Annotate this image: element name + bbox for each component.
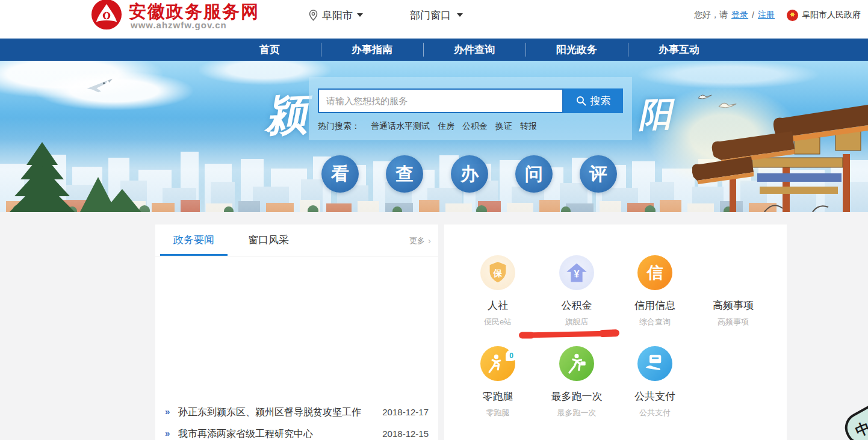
banner-calligraphy-left: 颍 (264, 86, 309, 145)
hot-keyword[interactable]: 转报 (520, 121, 537, 132)
location-pin-icon (309, 10, 318, 21)
news-title: 我市再添两家省级工程研究中心 (178, 428, 313, 440)
greeting-text: 您好，请 (694, 10, 728, 20)
hot-keyword[interactable]: 住房 (438, 121, 454, 132)
cloud (638, 61, 819, 88)
search-icon (576, 96, 586, 106)
pine-tree (5, 142, 146, 212)
search-button-label: 搜索 (591, 94, 611, 108)
nav-item-interaction[interactable]: 办事互动 (628, 39, 730, 61)
gov-site-link[interactable]: 阜阳市人民政府 (802, 10, 861, 20)
service-search-input[interactable] (318, 88, 563, 113)
housing-fund-house-icon: ¥ (559, 255, 594, 290)
translate-widget-label: 中 (852, 418, 868, 440)
service-subtitle: 高频事项 (697, 317, 769, 327)
news-bullet-icon: » (165, 406, 170, 417)
service-title: 公共支付 (619, 389, 691, 403)
service-renshe[interactable]: 保 人社 便民e站 (462, 255, 534, 327)
translate-widget[interactable]: 中 (839, 391, 868, 440)
service-title: 高频事项 (697, 299, 769, 312)
hot-search-label: 热门搜索： (318, 121, 360, 132)
one-trip-runner-icon (559, 346, 594, 381)
service-title: 人社 (462, 299, 534, 312)
service-title: 信用信息 (619, 299, 691, 312)
service-title: 零跑腿 (462, 389, 534, 403)
quick-action-look[interactable]: 看 (321, 155, 359, 193)
search-button[interactable]: 搜索 (563, 88, 623, 113)
zero-badge: 0 (506, 350, 517, 361)
main-nav: 首页 办事指南 办件查询 阳光政务 办事互动 (0, 39, 868, 61)
tab-gov-news[interactable]: 政务要闻 (160, 225, 228, 256)
city-selector[interactable]: 阜阳市 (309, 7, 363, 23)
service-subtitle: 便民e站 (462, 317, 534, 327)
nav-item-open-gov[interactable]: 阳光政务 (525, 39, 628, 61)
news-bullet-icon: » (165, 428, 170, 438)
tab-window-style[interactable]: 窗口风采 (238, 225, 299, 256)
quick-action-check[interactable]: 查 (386, 155, 423, 193)
user-area: 您好，请 登录 / 注册 ★ 阜阳市人民政府 (694, 8, 861, 22)
service-subtitle: 公共支付 (619, 407, 691, 418)
search-panel: 搜索 热门搜索： 普通话水平测试 住房 公积金 换证 转报 (309, 77, 632, 140)
nav-item-service-guide[interactable]: 办事指南 (321, 39, 423, 61)
news-title: 孙正东到颍东区、颍州区督导脱贫攻坚工作 (178, 406, 361, 419)
service-gongjijin[interactable]: ¥ 公积金 旗舰店 (541, 255, 613, 327)
high-frequency-icon (716, 255, 751, 290)
more-label: 更多 (409, 235, 425, 246)
news-item[interactable]: » 孙正东到颍东区、颍州区督导脱贫攻坚工作 2018-12-17 (155, 406, 438, 420)
service-subtitle: 最多跑一次 (541, 407, 613, 418)
hot-keyword[interactable]: 换证 (495, 121, 512, 132)
hot-search-row: 热门搜索： 普通话水平测试 住房 公积金 换证 转报 (318, 121, 545, 132)
register-link[interactable]: 注册 (758, 10, 775, 20)
news-item[interactable]: » 我市再添两家省级工程研究中心 2018-12-15 (155, 427, 438, 440)
quick-action-ask[interactable]: 问 (515, 155, 553, 193)
service-subtitle: 综合查询 (619, 317, 691, 327)
nav-item-home[interactable]: 首页 (219, 39, 321, 61)
city-selector-label: 阜阳市 (322, 8, 353, 22)
site-url: www.ahzwfw.gov.cn (131, 20, 227, 30)
chevron-right-icon: › (428, 235, 431, 246)
login-link[interactable]: 登录 (731, 10, 748, 20)
credit-info-icon: 信 (637, 255, 672, 290)
airplane-icon (84, 75, 117, 96)
national-emblem-icon: ★ (787, 10, 798, 21)
news-date: 2018-12-17 (382, 407, 429, 417)
service-credit-info[interactable]: 信 信用信息 综合查询 (619, 255, 691, 327)
service-lingpaotui[interactable]: 0 零跑腿 零跑腿 (462, 346, 534, 418)
service-title: 公积金 (541, 299, 613, 312)
news-panel: 政务要闻 窗口风采 更多 › » 孙正东到颍东区、颍州区督导脱贫攻坚工作 201… (155, 225, 438, 440)
login-register-separator: / (752, 10, 754, 20)
chevron-down-icon (357, 13, 363, 17)
hero-banner: 颍 阳 (0, 61, 868, 212)
news-tabbar: 政务要闻 窗口风采 更多 › (155, 225, 438, 256)
quick-action-handle[interactable]: 办 (451, 155, 488, 193)
service-title: 最多跑一次 (541, 389, 613, 403)
hot-keyword[interactable]: 普通话水平测试 (371, 121, 430, 132)
page: 安徽政务服务网 www.ahzwfw.gov.cn 阜阳市 部门窗口 您好，请 … (0, 0, 868, 440)
department-selector[interactable]: 部门窗口 (410, 7, 463, 23)
service-subtitle: 旗舰店 (541, 317, 613, 327)
service-zuiduopaoyici[interactable]: 最多跑一次 最多跑一次 (541, 346, 613, 418)
chinese-archway (692, 102, 868, 212)
service-subtitle: 零跑腿 (462, 407, 534, 418)
public-payment-icon (637, 346, 672, 381)
site-logo-icon[interactable] (90, 0, 123, 30)
news-date: 2018-12-15 (382, 429, 429, 439)
social-security-shield-icon: 保 (480, 255, 515, 290)
service-high-frequency[interactable]: 高频事项 高频事项 (697, 255, 769, 327)
service-public-payment[interactable]: 公共支付 公共支付 (619, 346, 691, 418)
quick-action-rate[interactable]: 评 (580, 155, 617, 193)
nav-item-application-query[interactable]: 办件查询 (423, 39, 525, 61)
chevron-down-icon (457, 13, 463, 17)
site-header: 安徽政务服务网 www.ahzwfw.gov.cn 阜阳市 部门窗口 您好，请 … (0, 0, 868, 39)
more-link[interactable]: 更多 › (409, 225, 431, 256)
zero-errand-runner-icon: 0 (480, 346, 515, 381)
hot-keyword[interactable]: 公积金 (462, 121, 488, 132)
department-selector-label: 部门窗口 (410, 8, 451, 22)
